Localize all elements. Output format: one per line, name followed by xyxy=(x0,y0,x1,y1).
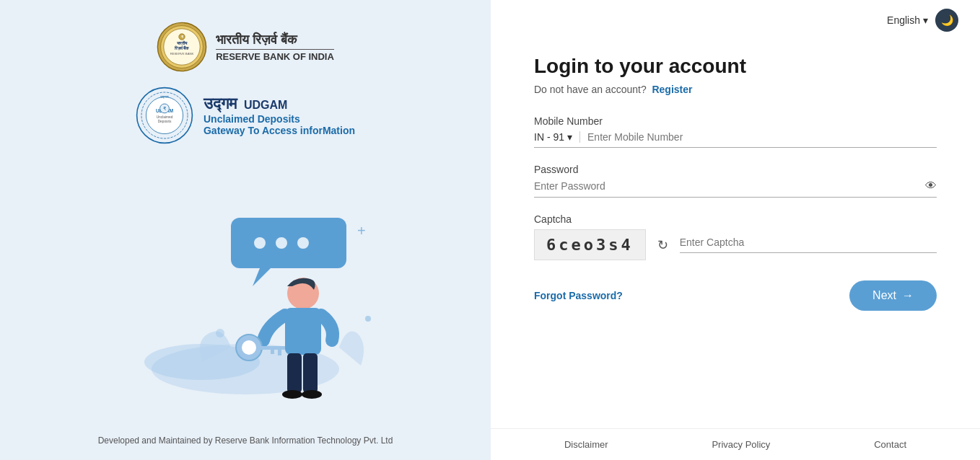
rbi-header: भारतीय रिज़र्व बैंक RESERVE BANK ₹ भारती… xyxy=(157,22,334,72)
register-link[interactable]: Register xyxy=(652,84,692,95)
privacy-policy-link[interactable]: Privacy Policy xyxy=(712,439,770,450)
eye-icon[interactable]: 👁 xyxy=(925,180,937,193)
svg-point-28 xyxy=(242,340,256,355)
refresh-captcha-button[interactable]: ↻ xyxy=(657,237,668,253)
svg-point-36 xyxy=(216,329,224,337)
svg-point-23 xyxy=(297,237,309,249)
rbi-text-block: भारतीय रिज़र्व बैंक RESERVE BANK OF INDI… xyxy=(216,32,334,62)
svg-text:RESERVE BANK: RESERVE BANK xyxy=(170,52,194,56)
moon-icon: 🌙 xyxy=(941,14,953,26)
no-account-text: Do not have an account? xyxy=(534,84,647,95)
rbi-hindi-text: भारतीय रिज़र्व बैंक xyxy=(216,32,334,48)
arrow-right-icon: → xyxy=(902,289,914,302)
svg-marker-20 xyxy=(253,268,271,286)
contact-link[interactable]: Contact xyxy=(874,439,906,450)
svg-point-37 xyxy=(365,316,371,322)
dark-mode-button[interactable]: 🌙 xyxy=(935,9,958,32)
udgam-tagline-line2: Gateway To Access inforMation xyxy=(204,125,355,136)
udgam-section: UDGAM Unclaimed Deposits उद्गम ₹ उद्गम U… xyxy=(136,87,355,144)
svg-point-35 xyxy=(302,390,322,399)
svg-rect-30 xyxy=(278,350,281,355)
right-footer: Disclaimer Privacy Policy Contact xyxy=(491,428,980,460)
right-panel: English ▾ 🌙 Login to your account Do not… xyxy=(491,0,980,460)
svg-text:Deposits: Deposits xyxy=(158,120,172,123)
disclaimer-link[interactable]: Disclaimer xyxy=(564,439,608,450)
login-title: Login to your account xyxy=(534,55,937,78)
svg-point-21 xyxy=(254,237,266,249)
register-line: Do not have an account? Register xyxy=(534,84,937,95)
login-form-area: Login to your account Do not have an acc… xyxy=(491,40,980,428)
mobile-number-group: Mobile Number IN - 91 ▾ xyxy=(534,115,937,148)
svg-point-22 xyxy=(276,237,287,249)
rbi-english-text: RESERVE BANK OF INDIA xyxy=(216,49,334,62)
password-group: Password 👁 xyxy=(534,164,937,198)
captcha-group: Captcha 6ceo3s4 ↻ xyxy=(534,213,937,260)
svg-text:Unclaimed: Unclaimed xyxy=(157,115,173,119)
svg-text:+: + xyxy=(357,223,366,239)
illustration-area: + xyxy=(29,151,462,428)
left-footer: Developed and Maintained by Reserve Bank… xyxy=(98,428,393,446)
captcha-display: 6ceo3s4 xyxy=(534,229,646,260)
illustration: + xyxy=(108,174,382,405)
language-selector[interactable]: English ▾ xyxy=(887,14,928,26)
captcha-row: 6ceo3s4 ↻ xyxy=(534,229,937,260)
udgam-logo: UDGAM Unclaimed Deposits उद्गम ₹ xyxy=(136,87,193,144)
password-input[interactable] xyxy=(534,180,925,192)
next-button-label: Next xyxy=(872,289,896,302)
svg-rect-19 xyxy=(231,218,346,268)
password-input-row: 👁 xyxy=(534,180,937,198)
svg-text:रिज़र्व बैंक: रिज़र्व बैंक xyxy=(174,45,190,50)
language-label: English xyxy=(887,14,920,26)
captcha-input[interactable] xyxy=(680,236,937,253)
dropdown-icon: ▾ xyxy=(923,14,928,26)
chevron-down-icon: ▾ xyxy=(567,131,572,143)
mobile-input-row: IN - 91 ▾ xyxy=(534,131,937,148)
udgam-text-block: उद्गम UDGAM Unclaimed Deposits Gateway T… xyxy=(204,94,355,136)
udgam-tagline-line1: Unclaimed Deposits xyxy=(204,113,355,125)
country-code-label: IN - 91 xyxy=(534,131,564,143)
svg-rect-33 xyxy=(303,353,318,393)
mobile-input[interactable] xyxy=(587,131,937,143)
rbi-logo: भारतीय रिज़र्व बैंक RESERVE BANK ₹ xyxy=(157,22,207,72)
svg-text:भारतीय: भारतीय xyxy=(177,40,188,45)
svg-rect-31 xyxy=(271,350,274,354)
udgam-hindi-name: उद्गम xyxy=(204,94,237,113)
captcha-label: Captcha xyxy=(534,213,937,225)
mobile-label: Mobile Number xyxy=(534,115,937,127)
svg-rect-29 xyxy=(260,346,285,350)
forgot-password-link[interactable]: Forgot Password? xyxy=(534,290,623,301)
country-code-selector[interactable]: IN - 91 ▾ xyxy=(534,131,580,143)
svg-rect-32 xyxy=(287,353,302,393)
left-panel: भारतीय रिज़र्व बैंक RESERVE BANK ₹ भारती… xyxy=(0,0,491,460)
udgam-english-name: UDGAM xyxy=(244,99,287,112)
next-button[interactable]: Next → xyxy=(849,280,937,311)
svg-point-34 xyxy=(282,390,302,399)
password-label: Password xyxy=(534,164,937,175)
top-bar: English ▾ 🌙 xyxy=(491,0,980,40)
form-actions: Forgot Password? Next → xyxy=(534,280,937,311)
